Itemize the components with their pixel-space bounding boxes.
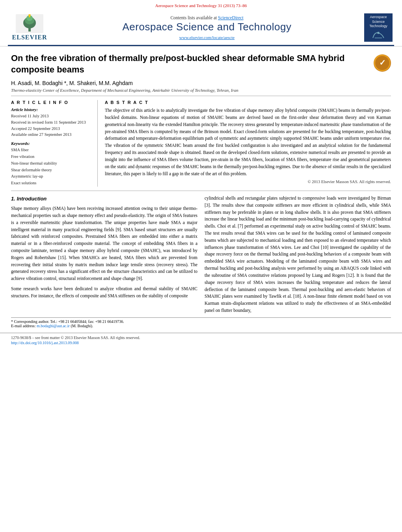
keyword-5: Asymmetric lay-up <box>11 173 92 180</box>
crossmark-logo: ✓ <box>374 54 391 72</box>
footnote-email: E-mail address: m.bodaghi@aut.ac.ir (M. … <box>11 324 391 328</box>
footer-issn: 1270-9638/$ – see front matter © 2013 El… <box>11 336 391 340</box>
keyword-2: Free vibration <box>11 154 92 160</box>
body-col-right: cylindrical shells and rectangular plate… <box>205 195 391 317</box>
abstract-heading: A B S T R A C T <box>105 100 391 105</box>
abstract-text: The objective of this article is to anal… <box>105 107 391 177</box>
keyword-1: SMA fiber <box>11 147 92 154</box>
section1-right-para1: cylindrical shells and rectangular plate… <box>205 195 391 314</box>
article-title-section: On the free vibration of thermally pre/p… <box>11 53 391 77</box>
affiliation-line: Thermo-elasticity Center of Excellence, … <box>11 88 391 96</box>
journal-center-info: Contents lists available at ScienceDirec… <box>51 15 363 39</box>
history-online: Available online 27 September 2013 <box>11 132 92 138</box>
article-history-title: Article history: <box>11 107 92 112</box>
elsevier-text: ELSEVIER <box>12 34 47 41</box>
blue-divider <box>8 45 394 46</box>
ast-line2: Science <box>369 20 387 24</box>
elsevier-tree-icon <box>16 14 43 33</box>
journal-top-bar: Aerospace Science and Technology 31 (201… <box>8 3 394 8</box>
abstract-column: A B S T R A C T The objective of this ar… <box>105 100 391 187</box>
crossmark-svg: ✓ <box>374 54 391 72</box>
contents-label: Contents lists available at <box>170 15 217 20</box>
email-label: E-mail address: <box>11 324 35 328</box>
footnote-star-text: * Corresponding author. Tel.: +98 21 664… <box>11 319 391 324</box>
article-info-column: A R T I C L E I N F O Article history: R… <box>11 100 98 187</box>
elsevier-logo: ELSEVIER <box>12 14 47 41</box>
ast-line1: Aerospace <box>369 15 387 20</box>
section1-para2: Some research works have been dedicated … <box>11 285 197 300</box>
journal-citation: Aerospace Science and Technology 31 (201… <box>155 3 247 8</box>
body-two-col: 1. Introduction Shape memory alloys (SMA… <box>11 195 391 317</box>
ast-logo-box: Aerospace Science Technology <box>364 13 393 42</box>
crossmark-icon: ✓ <box>374 54 391 72</box>
section1-title: 1. Introduction <box>11 195 197 203</box>
article-content: On the free vibration of thermally pre/p… <box>0 46 402 333</box>
ast-logo-container: Aerospace Science Technology <box>363 12 394 43</box>
history-accepted: Accepted 22 September 2013 <box>11 126 92 132</box>
keyword-3: Non-linear thermal stability <box>11 160 92 167</box>
keyword-6: Exact solutions <box>11 180 92 187</box>
page: Aerospace Science and Technology 31 (201… <box>0 0 402 532</box>
article-info-heading: A R T I C L E I N F O <box>11 100 92 105</box>
authors-text: H. Asadi, M. Bodaghi *, M. Shakeri, M.M.… <box>11 80 133 86</box>
keywords-title: Keywords: <box>11 141 92 146</box>
article-title: On the free vibration of thermally pre/p… <box>11 53 374 75</box>
svg-point-6 <box>28 14 31 16</box>
elsevier-logo-container: ELSEVIER <box>8 12 51 43</box>
email-note: (M. Bodaghi). <box>71 324 93 328</box>
svg-point-7 <box>377 32 380 34</box>
keyword-4: Shear deformable theory <box>11 167 92 174</box>
info-abstract-section: A R T I C L E I N F O Article history: R… <box>11 100 391 187</box>
ast-line3: Technology <box>369 24 387 29</box>
authors-line: H. Asadi, M. Bodaghi *, M. Shakeri, M.M.… <box>11 80 391 86</box>
history-revised: Received in revised form 11 September 20… <box>11 119 92 126</box>
svg-text:✓: ✓ <box>379 58 386 67</box>
page-footer: 1270-9638/$ – see front matter © 2013 El… <box>0 333 402 347</box>
journal-header: Aerospace Science and Technology 31 (201… <box>0 0 402 46</box>
sciencedirect-link[interactable]: ScienceDirect <box>218 15 244 20</box>
journal-title: Aerospace Science and Technology <box>51 21 363 33</box>
journal-middle: ELSEVIER Contents lists available at Sci… <box>8 10 394 45</box>
body-col-left: 1. Introduction Shape memory alloys (SMA… <box>11 195 197 317</box>
footnote: * Corresponding author. Tel.: +98 21 664… <box>11 317 391 328</box>
section1-para1: Shape memory alloys (SMA) have been rece… <box>11 205 197 282</box>
section-divider <box>11 191 391 191</box>
footer-doi[interactable]: http://dx.doi.org/10.1016/j.ast.2013.09.… <box>11 341 391 345</box>
history-received: Received 11 July 2013 <box>11 113 92 119</box>
email-address[interactable]: m.bodaghi@aut.ac.ir <box>37 324 70 328</box>
journal-url[interactable]: www.elsevier.com/locate/aescte <box>51 35 363 40</box>
ast-logo-text: Aerospace Science Technology <box>369 15 387 29</box>
contents-available-line: Contents lists available at ScienceDirec… <box>51 15 363 20</box>
copyright-line: © 2013 Elsevier Masson SAS. All rights r… <box>105 180 391 184</box>
ast-logo-icon <box>370 30 386 40</box>
